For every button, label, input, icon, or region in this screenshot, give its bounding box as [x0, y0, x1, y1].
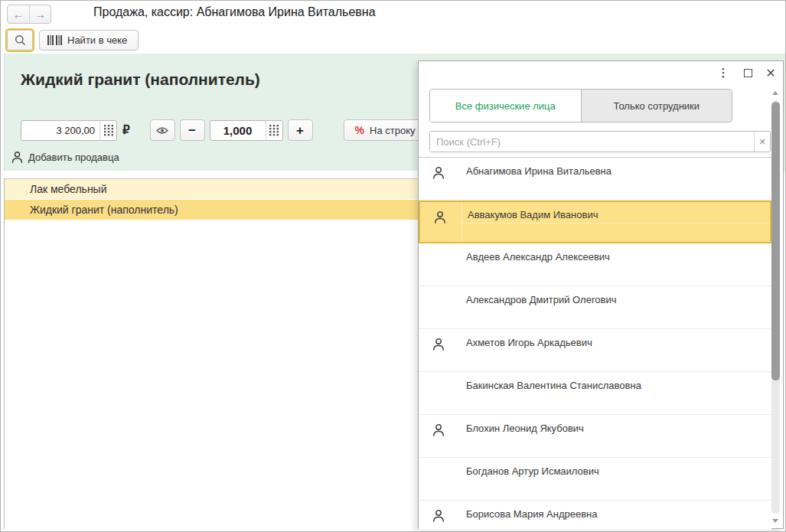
list-item[interactable]: Абнагимова Ирина Витальевна	[419, 158, 771, 201]
search-icon	[15, 34, 26, 46]
add-seller-link[interactable]: Добавить продавца	[11, 151, 119, 164]
forward-button[interactable]: →	[29, 5, 51, 23]
person-icon	[432, 166, 445, 180]
scroll-up-icon[interactable]	[772, 91, 778, 95]
quantity-value: 1,000	[210, 121, 266, 140]
maximize-icon[interactable]	[740, 65, 755, 80]
list-item-selected[interactable]: Аввакумов Вадим Иванович	[419, 201, 771, 243]
percent-icon: %	[355, 124, 364, 136]
price-value: 3 200,00	[21, 121, 99, 140]
maximize-box-glyph	[744, 69, 752, 77]
tab-all-persons[interactable]: Все физические лица	[430, 90, 581, 122]
line-discount-button[interactable]: % На строку	[344, 119, 427, 141]
eye-icon	[156, 126, 168, 135]
person-name: Авдеев Александр Алексеевич	[466, 251, 610, 263]
list-item[interactable]: Борисова Мария Андреевна	[419, 501, 771, 530]
nav-button-group: ← →	[7, 5, 51, 24]
numpad-icon[interactable]	[266, 121, 282, 140]
person-search-group: ✕	[429, 131, 771, 152]
person-name: Аввакумов Вадим Иванович	[468, 209, 598, 220]
find-in-receipt-button[interactable]: Найти в чеке	[39, 30, 139, 51]
line-controls: 3 200,00 ₽ − 1,000 +	[21, 119, 426, 141]
back-button[interactable]: ←	[8, 5, 29, 23]
person-icon	[11, 151, 24, 164]
person-icon	[432, 338, 445, 351]
quantity-increase-button[interactable]: +	[288, 119, 313, 141]
toolbar: Найти в чеке	[1, 26, 785, 54]
app-window: ← → Продажа, кассир: Абнагимова Ирина Ви…	[0, 0, 786, 532]
receipt-items-list: Лак мебельный Жидкий гранит (наполнитель…	[4, 178, 419, 529]
view-line-button[interactable]	[150, 119, 175, 141]
quantity-decrease-button[interactable]: −	[180, 119, 205, 141]
person-filter-tabs: Все физические лица Только сотрудники	[429, 89, 732, 122]
price-input[interactable]: 3 200,00	[21, 120, 117, 141]
receipt-row[interactable]: Лак мебельный	[5, 179, 419, 200]
scroll-down-icon[interactable]	[772, 519, 778, 523]
person-picker-popup: ⋮ ✕ Все физические лица Только сотрудник…	[418, 60, 784, 529]
tab-employees-only[interactable]: Только сотрудники	[581, 90, 732, 122]
person-icon	[433, 211, 447, 224]
list-item[interactable]: Ахметов Игорь Аркадьевич	[419, 329, 771, 372]
line-discount-label: На строку	[370, 125, 415, 136]
product-title: Жидкий гранит (наполнитель)	[21, 70, 260, 89]
person-name: Блохин Леонид Якубович	[466, 423, 584, 434]
minus-icon: −	[188, 124, 196, 137]
quantity-input[interactable]: 1,000	[210, 120, 283, 141]
search-button[interactable]	[7, 30, 33, 51]
clear-search-icon[interactable]: ✕	[754, 132, 770, 152]
person-name: Богданов Артур Исмаилович	[466, 465, 599, 477]
list-item[interactable]: Бакинская Валентина Станиславовна	[419, 372, 771, 415]
person-name: Бакинская Валентина Станиславовна	[466, 380, 641, 391]
add-seller-label: Добавить продавца	[28, 152, 119, 163]
person-list: Абнагимова Ирина Витальевна Аввакумов Ва…	[419, 157, 771, 530]
person-name: Борисова Мария Андреевна	[466, 508, 598, 520]
list-item[interactable]: Авдеев Александр Алексеевич	[419, 243, 771, 286]
person-icon	[432, 423, 445, 437]
person-name: Абнагимова Ирина Витальевна	[466, 165, 612, 177]
find-in-receipt-label: Найти в чеке	[67, 34, 127, 46]
receipt-row-selected[interactable]: Жидкий гранит (наполнитель)	[5, 200, 419, 220]
numpad-icon[interactable]	[99, 121, 116, 140]
person-name: Александров Дмитрий Олегович	[466, 294, 617, 305]
list-item[interactable]: Блохин Леонид Якубович	[419, 415, 771, 458]
close-icon[interactable]: ✕	[763, 65, 778, 80]
popup-scrollbar	[771, 86, 781, 527]
page-title: Продажа, кассир: Абнагимова Ирина Виталь…	[93, 5, 376, 19]
barcode-icon	[47, 35, 62, 45]
titlebar: ← → Продажа, кассир: Абнагимова Ирина Ви…	[1, 1, 785, 26]
scrollbar-thumb[interactable]	[771, 102, 780, 380]
ruble-symbol: ₽	[122, 123, 130, 137]
list-item[interactable]: Александров Дмитрий Олегович	[419, 286, 771, 329]
person-name: Ахметов Игорь Аркадьевич	[466, 337, 592, 348]
plus-icon: +	[296, 124, 304, 137]
person-icon	[432, 509, 445, 523]
popup-titlebar: ⋮ ✕	[419, 61, 783, 84]
person-search-input[interactable]	[430, 132, 754, 152]
more-menu-icon[interactable]: ⋮	[716, 65, 731, 80]
list-item[interactable]: Богданов Артур Исмаилович	[419, 458, 771, 501]
